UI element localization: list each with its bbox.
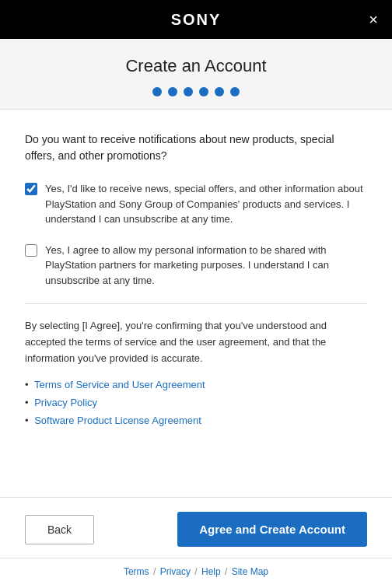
page-title-area: Create an Account — [0, 39, 392, 110]
partners-checkbox-label[interactable]: Yes, I agree to allow my personal inform… — [45, 243, 367, 289]
back-button[interactable]: Back — [25, 515, 94, 544]
link-item-spla: • Software Product License Agreement — [25, 415, 367, 426]
footer-buttons: Back Agree and Create Account — [0, 497, 392, 558]
newsletter-checkbox[interactable] — [25, 183, 37, 195]
close-button[interactable]: × — [369, 12, 378, 27]
privacy-link[interactable]: Privacy Policy — [34, 397, 97, 408]
checkbox-row-2: Yes, I agree to allow my personal inform… — [25, 243, 367, 289]
footer-sitemap-link[interactable]: Site Map — [232, 566, 268, 577]
page-title: Create an Account — [0, 56, 392, 76]
step-dot-1 — [152, 87, 162, 96]
footer-sep-2: / — [194, 566, 200, 577]
question-text: Do you want to receive notifications abo… — [25, 131, 367, 164]
footer-privacy-link[interactable]: Privacy — [160, 566, 191, 577]
footer-sep-1: / — [153, 566, 159, 577]
bullet-3: • — [25, 415, 29, 426]
step-dot-4 — [199, 87, 208, 96]
link-item-tos: • Terms of Service and User Agreement — [25, 379, 367, 390]
main-content: Do you want to receive notifications abo… — [0, 110, 392, 497]
brand-logo: SONY — [171, 11, 222, 29]
step-dot-6 — [230, 87, 240, 96]
newsletter-checkbox-label[interactable]: Yes, I'd like to receive news, special o… — [45, 181, 367, 227]
footer-terms-link[interactable]: Terms — [124, 566, 149, 577]
step-dot-5 — [215, 87, 224, 96]
step-indicators — [0, 87, 392, 96]
step-dot-3 — [184, 87, 193, 96]
agreement-text: By selecting [I Agree], you're confirmin… — [25, 318, 367, 366]
bottom-footer: Terms / Privacy / Help / Site Map — [0, 558, 392, 588]
footer-sep-3: / — [225, 566, 230, 577]
footer-help-link[interactable]: Help — [201, 566, 221, 577]
tos-link[interactable]: Terms of Service and User Agreement — [34, 379, 205, 390]
spla-link[interactable]: Software Product License Agreement — [34, 415, 201, 426]
bullet-2: • — [25, 397, 29, 408]
divider — [25, 303, 367, 304]
partners-checkbox[interactable] — [25, 244, 37, 257]
header: SONY × — [0, 0, 392, 39]
checkbox-row-1: Yes, I'd like to receive news, special o… — [25, 181, 367, 227]
agree-create-account-button[interactable]: Agree and Create Account — [177, 512, 367, 547]
link-item-privacy: • Privacy Policy — [25, 397, 367, 408]
step-dot-2 — [168, 87, 177, 96]
bullet-1: • — [25, 379, 29, 390]
